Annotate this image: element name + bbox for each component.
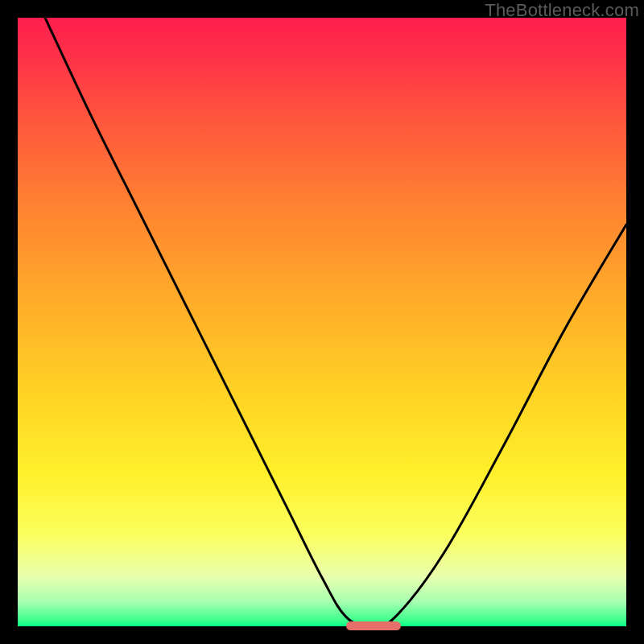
sweet-spot-marker [346, 621, 401, 630]
plot-area [18, 18, 626, 626]
bottleneck-curve [18, 18, 626, 626]
chart-frame: TheBottleneck.com [0, 0, 644, 644]
watermark-label: TheBottleneck.com [485, 0, 639, 21]
